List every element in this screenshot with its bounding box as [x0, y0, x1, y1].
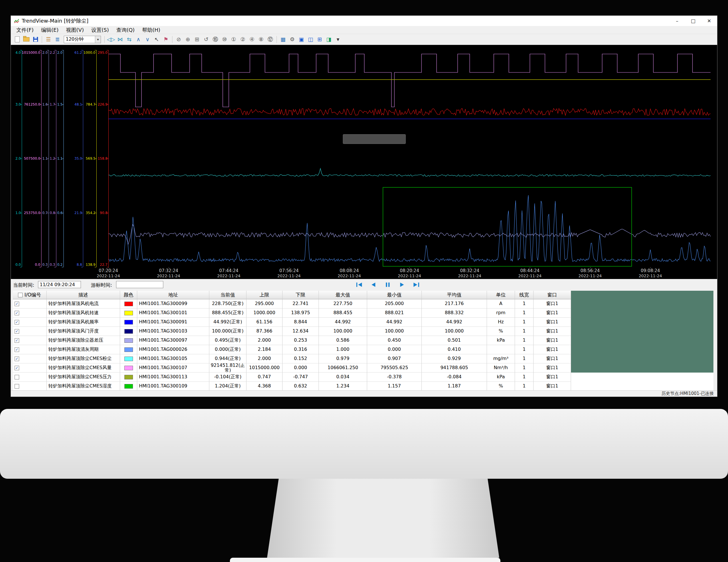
toolbar-curve-list-button[interactable]: ☰: [44, 35, 53, 43]
cell-window: 窗口1: [534, 345, 571, 354]
toolbar-compress-time-button[interactable]: ⋈: [116, 35, 124, 43]
time-range-select[interactable]: 120分钟▾: [64, 36, 101, 43]
toolbar-range-1-button[interactable]: ①: [229, 35, 238, 43]
step-back-button[interactable]: [368, 281, 379, 289]
toolbar-zoom-window-button[interactable]: ⊞: [193, 35, 201, 43]
toolbar-valley-down-button[interactable]: ∨: [143, 35, 152, 43]
row-checkbox[interactable]: ✓: [15, 329, 19, 334]
cell-lower-limit: 0.316: [283, 345, 319, 354]
row-checkbox[interactable]: ✓: [15, 366, 19, 370]
row-checkbox[interactable]: ✓: [15, 302, 19, 306]
toolbar-export-arrow-button[interactable]: ▾: [334, 35, 342, 43]
column-header-2[interactable]: 描述: [47, 291, 120, 299]
step-forward-button[interactable]: [397, 281, 407, 289]
column-header-13[interactable]: 窗口: [534, 291, 571, 299]
select-all-checkbox[interactable]: [18, 293, 23, 297]
table-row-3[interactable]: ✓转炉加料跨屋顶风机频率HMI1001.TAG30009144.992(正常)6…: [13, 318, 713, 327]
table-row-8[interactable]: ✓转炉加料跨屋顶除尘CMES风量HMI1001.TAG300107921451.…: [13, 364, 713, 373]
title-bar: TrendView-Main [转炉除尘] – □ ✕: [11, 16, 717, 26]
table-row-1[interactable]: ✓转炉加料跨屋顶风机电流HMI1001.TAG300099228.750(正常)…: [13, 299, 713, 309]
minimize-button[interactable]: –: [669, 16, 685, 26]
skip-end-button[interactable]: [411, 281, 421, 289]
column-header-5[interactable]: 当前值: [209, 291, 246, 299]
toolbar-range-4-button[interactable]: ④: [248, 35, 256, 43]
toolbar-flag-marker-button[interactable]: ⚑: [162, 35, 170, 43]
cursor-time-input[interactable]: [116, 281, 163, 288]
menu-item-2[interactable]: 编辑(E): [37, 26, 62, 34]
table-row-6[interactable]: ✓转炉加料跨屋顶清灰周期HMI1001.TAG0000260.000(正常)2.…: [13, 345, 713, 354]
toolbar-settings-button[interactable]: ⚙: [288, 35, 297, 43]
pause-button[interactable]: [383, 281, 393, 289]
toolbar-report-button[interactable]: ▦: [279, 35, 287, 43]
toolbar-range-12-button[interactable]: ⑫: [266, 35, 275, 43]
toolbar-range-10-button[interactable]: ⑩: [220, 35, 229, 43]
cell-unit: kPa: [487, 336, 515, 345]
row-checkbox[interactable]: [15, 384, 19, 389]
color-swatch: [124, 329, 133, 334]
row-checkbox[interactable]: ✓: [15, 338, 19, 343]
toolbar-range-8-button[interactable]: ⑧: [257, 35, 265, 43]
y-axis-tick: [62, 50, 63, 50]
column-header-9[interactable]: 最小值: [367, 291, 422, 299]
cell-max: 0.586: [319, 336, 367, 345]
close-button[interactable]: ✕: [701, 16, 717, 26]
time-controls: 当前时间: 游标时间:: [11, 279, 717, 291]
table-row-5[interactable]: ✓转炉加料跨屋顶除尘器差压HMI1001.TAG3000970.495(正常)2…: [13, 336, 713, 345]
row-checkbox[interactable]: [15, 375, 19, 380]
cell-line-width: 1: [515, 345, 534, 354]
toolbar-open-file-button[interactable]: [22, 35, 31, 43]
dropdown-arrow-icon[interactable]: ▾: [95, 36, 101, 43]
column-header-8[interactable]: 最大值: [319, 291, 367, 299]
toolbar-range-2-button[interactable]: ②: [238, 35, 247, 43]
toolbar-export-button[interactable]: ◨: [325, 35, 333, 43]
toolbar-undo-zoom-button[interactable]: ↺: [202, 35, 210, 43]
toolbar-tag-list-button[interactable]: ≣: [53, 35, 62, 43]
column-header-6[interactable]: 上限: [246, 291, 283, 299]
row-checkbox[interactable]: ✓: [15, 311, 19, 315]
menu-item-5[interactable]: 查询(Q): [113, 26, 138, 34]
toolbar-save-file-button[interactable]: [31, 35, 40, 43]
cell-description: 转炉加料跨屋顶除尘CMES风量: [47, 364, 120, 373]
toolbar-layout-single-button[interactable]: ▣: [297, 35, 306, 43]
toolbar-layout-split-button[interactable]: ◫: [306, 35, 315, 43]
toolbar-expand-time-button[interactable]: ⇆: [125, 35, 134, 43]
y-axis-line-3: [49, 50, 49, 267]
toolbar-cursor-select-button[interactable]: ↖: [152, 35, 161, 43]
table-row-10[interactable]: 转炉加料跨屋顶除尘CMES湿度HMI1001.TAG3001091.204(正常…: [13, 382, 713, 391]
column-header-7[interactable]: 下限: [283, 291, 319, 299]
toolbar-range-16-button[interactable]: ⑯: [211, 35, 220, 43]
table-row-9[interactable]: 转炉加料跨屋顶除尘CMES压力HMI1001.TAG300113-0.104(正…: [13, 373, 713, 382]
plot-area[interactable]: [108, 50, 711, 267]
column-header-1[interactable]: I/O编号: [13, 291, 47, 299]
color-swatch: [124, 338, 133, 343]
toolbar-disable-cursor-button[interactable]: ⊘: [174, 35, 183, 43]
toolbar-new-file-button[interactable]: [13, 35, 21, 43]
menu-item-4[interactable]: 设置(S): [87, 26, 112, 34]
step-back-icon: [370, 282, 377, 288]
column-header-4[interactable]: 地址: [137, 291, 209, 299]
layout-split-icon: ◫: [308, 37, 313, 42]
row-checkbox[interactable]: ✓: [15, 357, 19, 361]
column-header-12[interactable]: 线宽: [515, 291, 534, 299]
x-date-label: 2022-11-24: [217, 273, 240, 278]
table-row-7[interactable]: ✓转炉加料跨屋顶除尘CMES粉尘HMI1001.TAG3001050.944(正…: [13, 354, 713, 364]
cell-avg: 100.000: [422, 327, 487, 336]
row-checkbox[interactable]: ✓: [15, 348, 19, 352]
menu-item-3[interactable]: 视图(V): [62, 26, 87, 34]
column-header-3[interactable]: 颜色: [120, 291, 137, 299]
skip-start-button[interactable]: [354, 281, 364, 289]
menu-item-6[interactable]: 帮助(H): [138, 26, 164, 34]
maximize-button[interactable]: □: [685, 16, 701, 26]
toolbar-layout-grid-button[interactable]: ⊞: [315, 35, 324, 43]
table-row-4[interactable]: ✓转炉加料跨屋顶风门开度HMI1001.TAG300103100.000(正常)…: [13, 327, 713, 336]
column-header-11[interactable]: 单位: [487, 291, 515, 299]
table-row-2[interactable]: ✓转炉加料跨屋顶风机转速HMI1001.TAG300101888.455(正常)…: [13, 309, 713, 318]
toolbar-zoom-in-button[interactable]: ⊕: [184, 35, 192, 43]
cell-address: HMI1001.TAG300097: [137, 336, 209, 345]
column-header-10[interactable]: 平均值: [422, 291, 487, 299]
current-time-input[interactable]: [38, 281, 81, 288]
row-checkbox[interactable]: ✓: [15, 320, 19, 325]
toolbar-peak-up-button[interactable]: ∧: [134, 35, 143, 43]
toolbar-pan-left-right-button[interactable]: ◁▷: [107, 35, 115, 43]
menu-item-1[interactable]: 文件(F): [13, 26, 37, 34]
